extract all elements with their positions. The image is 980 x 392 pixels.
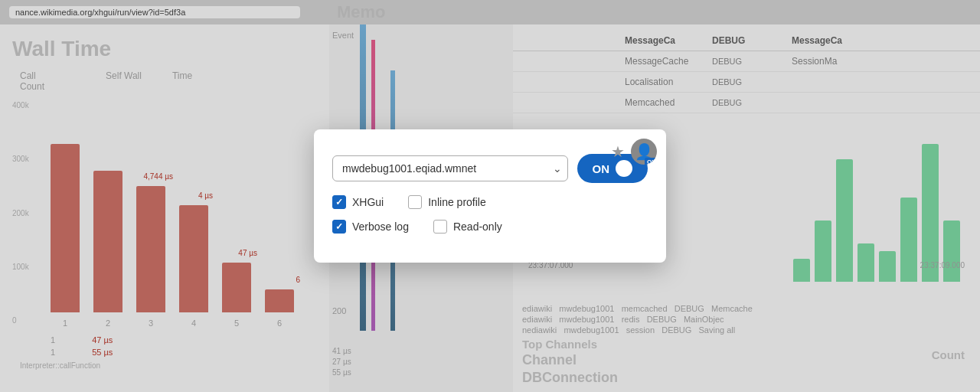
domain-row: mwdebug1001.eqiad.wmnetmwdebug1002.eqiad… (332, 154, 648, 183)
modal-icons: ★ 👤 ON (611, 139, 657, 165)
inline-profile-checkbox-item[interactable]: Inline profile (408, 195, 486, 209)
checkbox-row-2: Verbose log Read-only (332, 220, 648, 234)
toggle-label: ON (593, 162, 610, 175)
inline-profile-checkbox[interactable] (408, 195, 422, 209)
xhgui-label: XHGui (352, 196, 384, 208)
verbose-log-checkbox-item[interactable]: Verbose log (332, 220, 409, 234)
verbose-log-label: Verbose log (352, 220, 409, 233)
readonly-checkbox[interactable] (433, 220, 447, 234)
checkbox-row-1: XHGui Inline profile (332, 195, 648, 209)
inline-profile-label: Inline profile (428, 196, 486, 208)
verbose-log-checkbox[interactable] (332, 220, 346, 234)
xhgui-checkbox-item[interactable]: XHGui (332, 195, 384, 209)
domain-select-wrapper: mwdebug1001.eqiad.wmnetmwdebug1002.eqiad… (332, 155, 568, 181)
star-icon[interactable]: ★ (611, 142, 625, 161)
readonly-checkbox-item[interactable]: Read-only (433, 220, 502, 234)
modal-overlay: ★ 👤 ON mwdebug1001.eqiad.wmnetmwdebug100… (0, 0, 980, 392)
xhgui-checkbox[interactable] (332, 195, 346, 209)
domain-select[interactable]: mwdebug1001.eqiad.wmnetmwdebug1002.eqiad… (332, 155, 568, 181)
avatar-button[interactable]: 👤 ON (631, 139, 657, 165)
extension-modal: ★ 👤 ON mwdebug1001.eqiad.wmnetmwdebug100… (314, 129, 666, 263)
on-badge: ON (645, 158, 657, 165)
readonly-label: Read-only (453, 220, 502, 233)
